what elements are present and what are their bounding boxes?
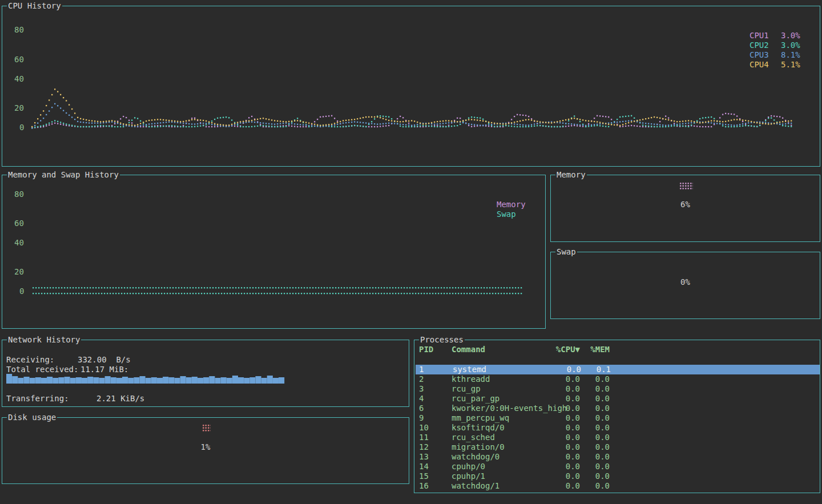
process-mem: 0.0 (580, 462, 610, 471)
process-mem: 0.0 (580, 452, 610, 462)
process-pid: 14 (419, 462, 429, 471)
process-row[interactable]: 12migration/00.00.0 (414, 442, 820, 452)
process-cpu: 0.0 (546, 481, 580, 491)
process-command: watchdog/1 (452, 481, 499, 491)
process-row[interactable]: 13watchdog/00.00.0 (414, 452, 820, 462)
disk-percent: 1% (2, 442, 409, 451)
process-pid: 4 (419, 394, 424, 404)
panel-disk-usage: Disk usage 1% (2, 417, 409, 484)
memory-gauge-dots (679, 182, 693, 189)
cpu-legend-item: CPU45.1% (750, 60, 800, 69)
process-row[interactable]: 2kthreadd0.00.0 (414, 374, 820, 384)
process-mem: 0.0 (580, 413, 610, 423)
panel-memory-gauge: Memory 6% (550, 175, 820, 242)
panel-processes: Processes PIDCommand%CPU▼%MEM1systemd0.0… (414, 340, 820, 493)
swap-percent: 0% (551, 277, 820, 287)
process-mem: 0.0 (580, 442, 610, 452)
process-cpu: 0.0 (546, 384, 580, 394)
process-pid: 10 (419, 423, 429, 433)
memory-swap-legend-item: Memory (497, 200, 526, 209)
process-row[interactable]: 15cpuhp/10.00.0 (414, 471, 820, 481)
process-command: kthreadd (452, 374, 490, 384)
process-command: mm_percpu_wq (452, 413, 509, 423)
process-cpu: 0.0 (546, 394, 580, 404)
process-command: rcu_par_gp (452, 394, 499, 404)
process-cpu: 0.0 (546, 462, 580, 471)
network-transferring-label: Transferring: (6, 394, 69, 403)
process-pid: 1 (419, 365, 424, 374)
cpu-history-chart (2, 6, 820, 166)
process-cpu: 0.0 (546, 374, 580, 384)
column-header-command: Command (452, 345, 485, 354)
process-pid: 2 (419, 374, 424, 384)
process-cpu: 0.0 (546, 442, 580, 452)
network-transferring-value: 2.21 KiB/s (96, 394, 144, 403)
process-mem: 0.0 (580, 481, 610, 491)
process-pid: 11 (419, 433, 429, 442)
process-row[interactable]: 11rcu_sched0.00.0 (414, 433, 820, 442)
process-cpu: 0.0 (546, 423, 580, 433)
process-row[interactable]: 14cpuhp/00.00.0 (414, 462, 820, 471)
memory-swap-legend-item: Swap (497, 209, 516, 219)
process-command: migration/0 (452, 442, 505, 452)
column-header-pid: PID (419, 345, 433, 354)
process-pid: 12 (419, 442, 429, 452)
column-header-mem: %MEM (580, 345, 610, 354)
process-pid: 9 (419, 413, 424, 423)
process-mem: 0.0 (580, 471, 610, 481)
panel-network-history: Network History Receiving: 332.00 B/s To… (2, 340, 409, 407)
process-pid: 6 (419, 404, 424, 413)
process-row[interactable]: 9mm_percpu_wq0.00.0 (414, 413, 820, 423)
cpu-legend-item: CPU23.0% (750, 41, 800, 50)
process-command: ksoftirqd/0 (452, 423, 505, 433)
panel-memory-swap-history: Memory and Swap History 806040200 Memory… (2, 175, 546, 329)
process-command: rcu_gp (452, 384, 481, 394)
processes-title: Processes (419, 335, 465, 344)
process-cpu: 0.0 (546, 413, 580, 423)
process-row[interactable]: 6kworker/0:0H-events_high0.00.0 (414, 404, 820, 413)
process-command: systemd (453, 365, 486, 374)
process-cpu: 0.0 (546, 452, 580, 462)
process-command: watchdog/0 (452, 452, 499, 462)
panel-swap-gauge: Swap 0% (550, 252, 820, 319)
process-mem: 0.0 (580, 423, 610, 433)
process-mem: 0.0 (580, 384, 610, 394)
process-command: cpuhp/1 (452, 471, 485, 481)
memory-swap-history-chart (2, 175, 545, 328)
process-pid: 3 (419, 384, 424, 394)
process-row[interactable]: 3rcu_gp0.00.0 (414, 384, 820, 394)
process-command: rcu_sched (452, 433, 495, 442)
process-mem: 0.0 (580, 433, 610, 442)
process-command: cpuhp/0 (452, 462, 485, 471)
process-cpu: 0.0 (546, 433, 580, 442)
process-pid: 15 (419, 471, 429, 481)
process-mem: 0.0 (580, 374, 610, 384)
process-table-header: PIDCommand%CPU▼%MEM (414, 345, 820, 354)
system-monitor-terminal: CPU History 806040200 CPU13.0%CPU23.0%CP… (0, 0, 822, 504)
process-row-selected[interactable]: 1systemd0.00.1 (416, 365, 820, 374)
process-cpu: 0.0 (547, 365, 581, 374)
memory-percent: 6% (551, 200, 820, 209)
process-cpu: 0.0 (546, 471, 580, 481)
process-row[interactable]: 4rcu_par_gp0.00.0 (414, 394, 820, 404)
process-cpu: 0.0 (546, 404, 580, 413)
column-header-cpu: %CPU▼ (546, 345, 580, 354)
disk-gauge-dots (202, 424, 211, 432)
process-row[interactable]: 10ksoftirqd/00.00.0 (414, 423, 820, 433)
process-mem: 0.0 (580, 404, 610, 413)
swap-gauge-title: Swap (555, 247, 577, 256)
cpu-legend-item: CPU13.0% (750, 31, 800, 40)
process-pid: 13 (419, 452, 429, 462)
process-mem: 0.1 (581, 365, 611, 374)
memory-gauge-title: Memory (555, 170, 587, 179)
cpu-legend-item: CPU38.1% (750, 50, 800, 59)
process-pid: 16 (419, 481, 429, 491)
process-row[interactable]: 16watchdog/10.00.0 (414, 481, 820, 491)
disk-usage-title: Disk usage (7, 413, 57, 422)
process-mem: 0.0 (580, 394, 610, 404)
panel-cpu-history: CPU History 806040200 CPU13.0%CPU23.0%CP… (2, 6, 820, 167)
